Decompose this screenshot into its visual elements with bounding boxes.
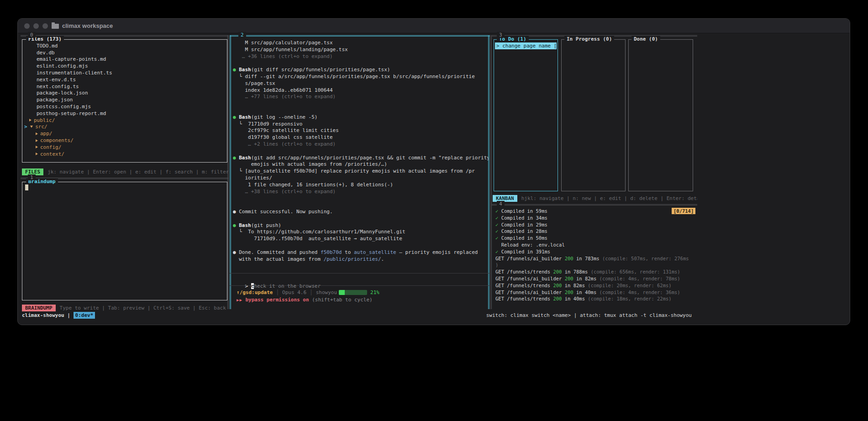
context-progressbar-fill xyxy=(339,290,345,295)
file-name: public/ xyxy=(34,117,55,123)
pane-number: 2 xyxy=(238,32,246,38)
terminal-line: … +36 lines (ctrl+o to expand) xyxy=(233,53,489,60)
window-title: climax workspace xyxy=(62,22,113,29)
terminal-line: GET /funnels/trends 200 in 788ms (compil… xyxy=(495,268,697,275)
terminal-line: index 1de82da..eb6b071 100644 xyxy=(233,87,489,94)
terminal-line: ) xyxy=(495,262,697,268)
terminal-line: ● Bash(git push) xyxy=(233,222,489,229)
kanban-statusbar: KANBAN hjkl: navigate | n: new | e: edit… xyxy=(493,195,697,202)
pane-number: 1 xyxy=(28,174,36,180)
file-row[interactable]: public/ xyxy=(22,117,227,124)
terminal-line: GET /funnels/trends 200 in 82ms (compile… xyxy=(495,282,697,289)
terminal-line: ✓ Compiled in 29ms xyxy=(495,221,697,228)
files-statusbar: FILES jk: navigate | Enter: open | e: ed… xyxy=(22,168,228,175)
file-name: package-lock.json xyxy=(37,90,88,96)
titlebar: climax workspace xyxy=(18,19,850,33)
devserver-log: ✓ Compiled in 59ms✓ Compiled in 34ms✓ Co… xyxy=(495,208,697,302)
terminal-line: └ [auto_satellite f50b70d] replace prior… xyxy=(233,168,489,175)
chevron-right-icon xyxy=(36,146,38,148)
file-row[interactable]: eslint.config.mjs xyxy=(22,63,227,69)
file-row[interactable]: package.json xyxy=(22,96,227,103)
traffic-light-maximize[interactable] xyxy=(42,23,48,29)
status-separator: │ xyxy=(306,289,316,295)
claude-statusline: ↑ /gsd:update │ Opus 4.6 │ showyou 21% xyxy=(237,289,379,296)
file-row[interactable]: email-capture-points.md xyxy=(22,56,227,63)
file-name: src/ xyxy=(35,124,47,130)
bypass-permissions-label: bypass permissions on xyxy=(245,297,309,303)
terminal-line: … +2 lines (ctrl+o to expand) xyxy=(233,141,489,148)
model-label: Opus 4.6 xyxy=(282,289,306,295)
chevron-right-icon xyxy=(36,132,38,135)
file-name: next.config.ts xyxy=(37,84,79,89)
terminal-line xyxy=(233,195,489,202)
kanban-column-title: Done (0) xyxy=(631,36,660,42)
terminal-line: … +38 lines (ctrl+o to expand) xyxy=(233,189,489,195)
file-row[interactable]: dev.db xyxy=(22,49,227,56)
traffic-light-minimize[interactable] xyxy=(33,23,39,29)
terminal-line: ✓ Compiled in 59ms xyxy=(495,208,697,215)
terminal-line xyxy=(233,107,489,114)
kanban-hints: hjkl: navigate | n: new | e: edit | d: d… xyxy=(521,195,697,201)
file-row[interactable]: components/ xyxy=(22,137,227,144)
terminal-line: ✓ Compiled in 50ms xyxy=(495,235,697,242)
terminal-line: GET /funnels/ai_builder 200 in 783ms (co… xyxy=(495,255,697,262)
terminal-line: ✓ Compiled in 391ms xyxy=(495,248,697,255)
file-row[interactable]: posthog-setup-report.md xyxy=(22,110,227,117)
terminal-line xyxy=(233,60,489,67)
chevron-right-icon xyxy=(29,119,32,121)
file-row[interactable]: > src/ xyxy=(22,124,227,131)
braindump-mode-badge: BRAINDUMP xyxy=(22,305,56,311)
braindump-panel[interactable]: Braindump xyxy=(22,182,227,300)
file-row[interactable]: app/ xyxy=(22,130,227,137)
terminal-line: ● Bash(git diff src/app/funnels/prioriti… xyxy=(233,67,489,74)
app-window: climax workspace 0 2 3 1 4 Files (173) T… xyxy=(17,18,850,325)
kanban-card[interactable]: > change page name [0 xyxy=(495,42,557,49)
project-label: showyou xyxy=(316,289,337,295)
pane-border-top-middle xyxy=(230,35,490,37)
braindump-hints: Type to write | Tab: preview | Ctrl+S: s… xyxy=(60,305,226,311)
terminal-line xyxy=(233,202,489,209)
chevron-right-icon xyxy=(36,153,38,155)
terminal-line: └ To https://github.com/carlosarthurr1/M… xyxy=(233,229,489,236)
file-row[interactable]: config/ xyxy=(22,144,227,151)
terminal-line: with the actual images from /public/prio… xyxy=(233,256,489,263)
terminal-line: 2cf979c satellite limit cities xyxy=(233,127,489,134)
terminal-line: iorities/ xyxy=(233,175,489,182)
file-row[interactable]: TODO.md xyxy=(22,42,227,49)
file-row[interactable]: postcss.config.mjs xyxy=(22,103,227,110)
pane-number: 4 xyxy=(497,201,505,207)
tmux-statusbar-right: switch: climax switch <name> | attach: t… xyxy=(486,311,692,319)
file-name: context/ xyxy=(40,151,64,157)
up-arrow-icon: ↑ xyxy=(237,289,240,295)
terminal-line: └ 71710d9 responsivo xyxy=(233,121,489,128)
window-tab-chip[interactable]: 0:dev* xyxy=(74,312,95,319)
file-row[interactable]: instrumentation-client.ts xyxy=(22,69,227,76)
status-separator: │ xyxy=(273,289,282,295)
kanban-column: Done (0) xyxy=(628,39,693,191)
terminal-line: ● Bash(git add src/app/funnels/prioritie… xyxy=(233,155,489,162)
terminal-line xyxy=(233,242,489,249)
file-row[interactable]: next.config.ts xyxy=(22,83,227,90)
file-row[interactable]: package-lock.json xyxy=(22,90,227,97)
pane-border-vertical[interactable] xyxy=(230,35,231,309)
terminal-line: Reload env: .env.local xyxy=(495,242,697,248)
terminal-line: M src/app/funnels/landing/page.tsx xyxy=(233,47,489,53)
file-row[interactable]: context/ xyxy=(22,151,227,158)
terminal-line: ● Bash(git log --oneline -5) xyxy=(233,114,489,121)
file-name: dev.db xyxy=(37,50,55,56)
pane-divider-logs[interactable] xyxy=(492,204,697,205)
traffic-light-close[interactable] xyxy=(24,23,30,29)
file-name: components/ xyxy=(40,137,74,143)
file-row[interactable]: next-env.d.ts xyxy=(22,76,227,83)
selection-marker: > xyxy=(24,124,30,130)
terminal-line: ✓ Compiled in 34ms xyxy=(495,215,697,221)
session-name: climax-showyou | xyxy=(22,312,74,318)
braindump-statusbar: BRAINDUMP Type to write | Tab: preview |… xyxy=(22,304,228,311)
terminal-line xyxy=(233,216,489,222)
fast-forward-icon: ▶▶ xyxy=(237,298,242,302)
pane-border-vertical[interactable] xyxy=(490,35,492,309)
folder-icon xyxy=(52,24,59,29)
terminal-line: GET /funnels/ai_builder 200 in 82ms (com… xyxy=(495,275,697,282)
pane-number: 0 xyxy=(28,32,36,38)
claude-output: M src/app/calculator/page.tsx M src/app/… xyxy=(233,40,489,263)
